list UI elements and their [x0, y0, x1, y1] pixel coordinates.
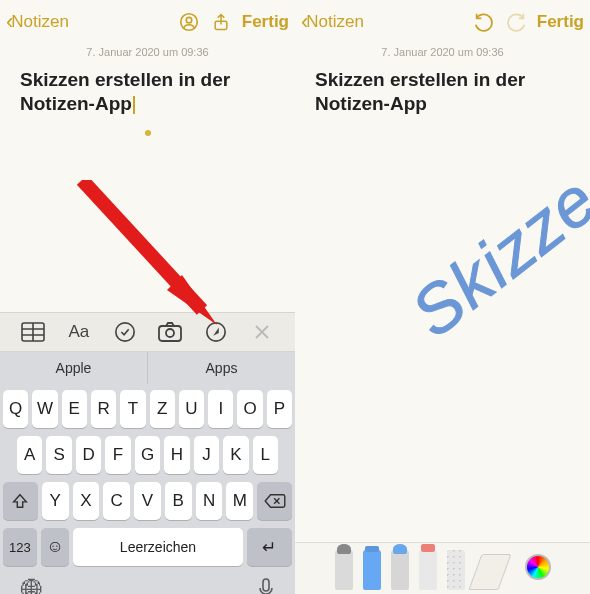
note-title: Skizzen erstellen in der Notizen-App	[295, 58, 590, 116]
text-cursor	[133, 96, 135, 114]
suggestion-bar: Apple Apps	[0, 352, 295, 384]
globe-icon[interactable]: 🌐︎	[21, 578, 43, 594]
redo-icon	[505, 11, 527, 33]
suggestion-1[interactable]: Apple	[0, 352, 148, 384]
undo-icon[interactable]	[473, 11, 495, 33]
note-toolbar: Aa	[0, 312, 295, 352]
return-key[interactable]: ↵	[247, 528, 292, 566]
camera-icon[interactable]	[157, 319, 183, 345]
key-m[interactable]: M	[226, 482, 253, 520]
suggestion-2[interactable]: Apps	[148, 352, 295, 384]
key-k[interactable]: K	[223, 436, 248, 474]
note-timestamp: 7. Januar 2020 um 09:36	[0, 46, 295, 58]
key-e[interactable]: E	[62, 390, 87, 428]
key-h[interactable]: H	[164, 436, 189, 474]
key-r[interactable]: R	[91, 390, 116, 428]
people-icon[interactable]	[178, 11, 200, 33]
table-icon[interactable]	[20, 319, 46, 345]
key-t[interactable]: T	[120, 390, 145, 428]
sketch-canvas[interactable]: Skizze	[295, 120, 590, 534]
svg-point-4	[115, 323, 133, 341]
backspace-key[interactable]	[257, 482, 292, 520]
color-picker[interactable]	[525, 554, 551, 580]
shift-key[interactable]	[3, 482, 38, 520]
key-l[interactable]: L	[253, 436, 278, 474]
keyboard: QWERTZUIOP ASDFGHJKL YXCVBNM 123 ☺ Leerz…	[0, 384, 295, 594]
key-o[interactable]: O	[237, 390, 262, 428]
ruler-tool[interactable]	[468, 554, 511, 590]
nav-bar: ‹ Notizen Fertig	[295, 0, 590, 44]
key-d[interactable]: D	[76, 436, 101, 474]
pen-tool[interactable]	[335, 550, 353, 590]
key-row-3: YXCVBNM	[3, 482, 292, 520]
done-button[interactable]: Fertig	[537, 12, 584, 32]
key-w[interactable]: W	[32, 390, 57, 428]
back-button[interactable]: ‹ Notizen	[301, 9, 364, 35]
key-row-2: ASDFGHJKL	[3, 436, 292, 474]
drawing-tools	[295, 542, 590, 594]
key-u[interactable]: U	[179, 390, 204, 428]
key-y[interactable]: Y	[42, 482, 69, 520]
page-dot	[145, 130, 151, 136]
key-i[interactable]: I	[208, 390, 233, 428]
eraser-tool[interactable]	[419, 550, 437, 590]
share-icon[interactable]	[210, 11, 232, 33]
key-f[interactable]: F	[105, 436, 130, 474]
key-a[interactable]: A	[17, 436, 42, 474]
key-z[interactable]: Z	[150, 390, 175, 428]
key-p[interactable]: P	[267, 390, 292, 428]
key-x[interactable]: X	[73, 482, 100, 520]
note-timestamp: 7. Januar 2020 um 09:36	[295, 46, 590, 58]
back-label: Notizen	[306, 12, 364, 32]
numbers-key[interactable]: 123	[3, 528, 37, 566]
key-b[interactable]: B	[165, 482, 192, 520]
key-n[interactable]: N	[196, 482, 223, 520]
checklist-icon[interactable]	[112, 319, 138, 345]
text-format-icon[interactable]: Aa	[66, 319, 92, 345]
svg-text:Skizze: Skizze	[397, 160, 590, 351]
pencil-tool[interactable]	[391, 550, 409, 590]
svg-point-1	[186, 17, 192, 23]
done-button[interactable]: Fertig	[242, 12, 289, 32]
key-row-1: QWERTZUIOP	[3, 390, 292, 428]
phone-left: ‹ Notizen Fertig 7. Januar 2020 um 09:36…	[0, 0, 295, 594]
note-title[interactable]: Skizzen erstellen in der Notizen-App	[0, 58, 295, 116]
key-s[interactable]: S	[46, 436, 71, 474]
svg-rect-8	[263, 579, 269, 591]
key-g[interactable]: G	[135, 436, 160, 474]
nav-bar: ‹ Notizen Fertig	[0, 0, 295, 44]
back-button[interactable]: ‹ Notizen	[6, 9, 69, 35]
key-c[interactable]: C	[103, 482, 130, 520]
key-row-4: 123 ☺ Leerzeichen ↵	[3, 528, 292, 566]
marker-tool[interactable]	[363, 550, 381, 590]
dictation-icon[interactable]	[258, 578, 274, 594]
key-v[interactable]: V	[134, 482, 161, 520]
space-key[interactable]: Leerzeichen	[73, 528, 243, 566]
key-j[interactable]: J	[194, 436, 219, 474]
back-label: Notizen	[11, 12, 69, 32]
lasso-tool[interactable]	[447, 550, 465, 590]
emoji-key[interactable]: ☺	[41, 528, 69, 566]
key-q[interactable]: Q	[3, 390, 28, 428]
phone-right: ‹ Notizen Fertig 7. Januar 2020 um 09:36…	[295, 0, 590, 594]
svg-point-6	[166, 329, 174, 337]
close-icon[interactable]	[249, 319, 275, 345]
markup-icon[interactable]	[203, 319, 229, 345]
